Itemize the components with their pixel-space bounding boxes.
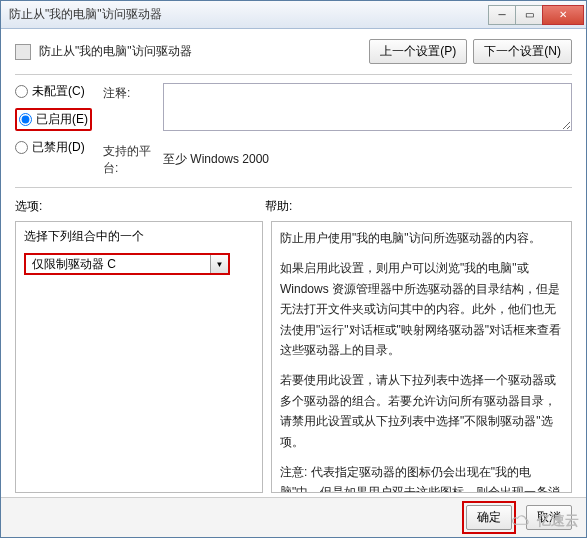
window-controls: ─ ▭ ✕ bbox=[489, 5, 584, 25]
divider bbox=[15, 74, 572, 75]
help-paragraph: 防止用户使用"我的电脑"访问所选驱动器的内容。 bbox=[280, 228, 563, 248]
radio-column: 未配置(C) 已启用(E) 已禁用(D) bbox=[15, 83, 103, 177]
comment-row: 注释: bbox=[103, 83, 572, 131]
next-setting-button[interactable]: 下一个设置(N) bbox=[473, 39, 572, 64]
chevron-down-icon[interactable]: ▼ bbox=[210, 255, 228, 273]
policy-dialog: 防止从"我的电脑"访问驱动器 ─ ▭ ✕ 防止从"我的电脑"访问驱动器 上一个设… bbox=[0, 0, 587, 538]
ok-button[interactable]: 确定 bbox=[466, 505, 512, 530]
comment-textarea[interactable] bbox=[163, 83, 572, 131]
platform-value: 至少 Windows 2000 bbox=[163, 151, 269, 168]
platform-label: 支持的平台: bbox=[103, 141, 163, 177]
config-area: 未配置(C) 已启用(E) 已禁用(D) 注释: bbox=[15, 83, 572, 177]
header-row: 防止从"我的电脑"访问驱动器 上一个设置(P) 下一个设置(N) bbox=[15, 39, 572, 64]
prev-setting-button[interactable]: 上一个设置(P) bbox=[369, 39, 467, 64]
help-label: 帮助: bbox=[265, 198, 292, 215]
panel-labels: 选项: 帮助: bbox=[15, 198, 572, 215]
options-title: 选择下列组合中的一个 bbox=[24, 228, 254, 245]
radio-disabled[interactable]: 已禁用(D) bbox=[15, 139, 103, 156]
help-paragraph: 如果启用此设置，则用户可以浏览"我的电脑"或 Windows 资源管理器中所选驱… bbox=[280, 258, 563, 360]
minimize-button[interactable]: ─ bbox=[488, 5, 516, 25]
right-column: 注释: 支持的平台: 至少 Windows 2000 bbox=[103, 83, 572, 177]
comment-label: 注释: bbox=[103, 83, 163, 102]
footer: 确定 取消 bbox=[1, 497, 586, 537]
cloud-icon bbox=[511, 514, 533, 528]
divider bbox=[15, 187, 572, 188]
radio-disabled-input[interactable] bbox=[15, 141, 28, 154]
window-title: 防止从"我的电脑"访问驱动器 bbox=[9, 6, 489, 23]
radio-enabled-input[interactable] bbox=[19, 113, 32, 126]
radio-not-configured-input[interactable] bbox=[15, 85, 28, 98]
maximize-button[interactable]: ▭ bbox=[515, 5, 543, 25]
combobox-value: 仅限制驱动器 C bbox=[26, 256, 210, 273]
titlebar[interactable]: 防止从"我的电脑"访问驱动器 ─ ▭ ✕ bbox=[1, 1, 586, 29]
radio-not-configured[interactable]: 未配置(C) bbox=[15, 83, 103, 100]
mid-panels: 选择下列组合中的一个 仅限制驱动器 C ▼ 防止用户使用"我的电脑"访问所选驱动… bbox=[15, 221, 572, 493]
content-area: 防止从"我的电脑"访问驱动器 上一个设置(P) 下一个设置(N) 未配置(C) … bbox=[1, 29, 586, 497]
platform-row: 支持的平台: 至少 Windows 2000 bbox=[103, 141, 572, 177]
drive-restriction-combobox[interactable]: 仅限制驱动器 C ▼ bbox=[24, 253, 230, 275]
watermark: 亿速云 bbox=[511, 512, 579, 530]
page-title: 防止从"我的电脑"访问驱动器 bbox=[39, 43, 369, 60]
ok-highlight: 确定 bbox=[462, 501, 516, 534]
options-panel: 选择下列组合中的一个 仅限制驱动器 C ▼ bbox=[15, 221, 263, 493]
help-paragraph: 注意: 代表指定驱动器的图标仍会出现在"我的电脑"中，但是如果用户双击这些图标，… bbox=[280, 462, 563, 493]
radio-enabled[interactable]: 已启用(E) bbox=[19, 111, 88, 128]
help-paragraph: 若要使用此设置，请从下拉列表中选择一个驱动器或多个驱动器的组合。若要允许访问所有… bbox=[280, 370, 563, 452]
help-panel: 防止用户使用"我的电脑"访问所选驱动器的内容。 如果启用此设置，则用户可以浏览"… bbox=[271, 221, 572, 493]
enabled-highlight: 已启用(E) bbox=[15, 108, 92, 131]
policy-icon bbox=[15, 44, 31, 60]
options-label: 选项: bbox=[15, 198, 265, 215]
nav-buttons: 上一个设置(P) 下一个设置(N) bbox=[369, 39, 572, 64]
close-button[interactable]: ✕ bbox=[542, 5, 584, 25]
